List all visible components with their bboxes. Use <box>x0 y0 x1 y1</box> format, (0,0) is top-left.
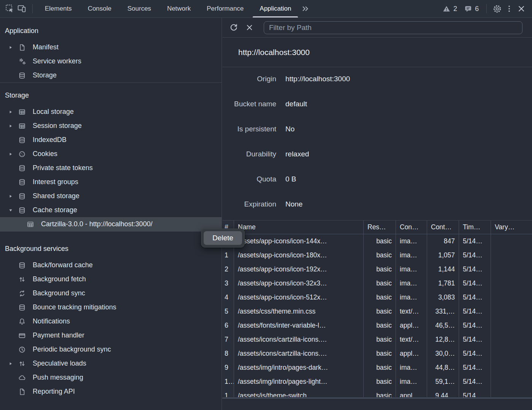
cell[interactable]: basic <box>364 319 396 333</box>
sidebar-item-service-workers[interactable]: Service workers <box>0 54 222 68</box>
table-row[interactable]: 5/assets/css/theme.min.cssbasictext/…331… <box>222 304 532 319</box>
cell[interactable] <box>491 361 532 375</box>
cell[interactable] <box>491 375 532 389</box>
expander-collapsed-icon[interactable] <box>8 122 18 130</box>
cell-name[interactable]: /assets/css/theme.min.css <box>234 304 364 319</box>
cell[interactable] <box>491 347 532 361</box>
column-header-con[interactable]: Con… <box>396 221 427 234</box>
table-row[interactable]: 6/assets/fonts/inter-variable-l…basicapp… <box>222 319 532 333</box>
sidebar-item-periodic-background-sync[interactable]: Periodic background sync <box>0 342 222 356</box>
table-row[interactable]: 8/assets/icons/cartzilla-icons.…basicapp… <box>222 347 532 361</box>
table-row[interactable]: 1…/assets/img/intro/pages-light…basicima… <box>222 375 532 389</box>
table-row[interactable]: 9/assets/img/intro/pages-dark…basicima…4… <box>222 361 532 375</box>
expander-collapsed-icon[interactable] <box>8 150 18 158</box>
table-row[interactable]: 4/assets/app-icons/icon-512x…basicima…3,… <box>222 290 532 304</box>
table-row[interactable]: 1/assets/app-icons/icon-180x…basicima…1,… <box>222 248 532 262</box>
preview-splitter[interactable] <box>222 397 532 399</box>
cell[interactable]: basic <box>364 347 396 361</box>
tab-elements[interactable]: Elements <box>37 0 80 17</box>
cell[interactable]: appl… <box>396 319 427 333</box>
close-devtools-icon[interactable] <box>515 3 527 15</box>
cell-name[interactable]: /assets/app-icons/icon-144x… <box>234 234 364 248</box>
table-row[interactable]: 3/assets/app-icons/icon-32x3…basicima…1,… <box>222 276 532 290</box>
cell[interactable]: ima… <box>396 361 427 375</box>
cell[interactable]: 5/14… <box>459 389 491 397</box>
column-header-tim[interactable]: Tim… <box>459 221 491 234</box>
tab-sources[interactable]: Sources <box>119 0 159 17</box>
table-row[interactable]: 0/assets/app-icons/icon-144x…basicima…84… <box>222 234 532 248</box>
cell[interactable]: ima… <box>396 290 427 304</box>
cell[interactable]: 5/14… <box>459 304 491 319</box>
filter-by-path-input[interactable] <box>264 21 522 34</box>
cell[interactable]: 1,144 <box>427 262 459 276</box>
cell[interactable]: basic <box>364 276 396 290</box>
settings-gear-icon[interactable] <box>491 3 503 15</box>
sidebar-item-manifest[interactable]: Manifest <box>0 40 222 54</box>
sidebar-item-cartzilla-3-0-0-http-localhost-3000[interactable]: Cartzilla-3.0.0 - http://localhost:3000/ <box>0 217 222 231</box>
cell[interactable]: 5/14… <box>459 276 491 290</box>
refresh-icon[interactable] <box>227 22 239 34</box>
expander-collapsed-icon[interactable] <box>8 360 18 367</box>
sidebar-item-reporting-api[interactable]: Reporting API <box>0 385 222 399</box>
cell-name[interactable]: /assets/icons/cartzilla-icons.… <box>234 333 364 347</box>
cell[interactable]: 3 <box>222 276 234 290</box>
cell[interactable]: ima… <box>396 234 427 248</box>
cell[interactable]: 1 <box>222 248 234 262</box>
tab-application[interactable]: Application <box>252 0 299 17</box>
cell[interactable]: appl… <box>396 389 427 397</box>
cell[interactable]: basic <box>364 375 396 389</box>
expander-collapsed-icon[interactable] <box>8 44 18 51</box>
context-menu-item-delete[interactable]: Delete <box>204 231 242 245</box>
cell[interactable]: 3,083 <box>427 290 459 304</box>
column-header-name[interactable]: Name <box>234 221 364 234</box>
cell[interactable] <box>491 304 532 319</box>
cell[interactable]: 5/14… <box>459 262 491 276</box>
sidebar-item-session-storage[interactable]: Session storage <box>0 119 222 133</box>
cell[interactable]: 1… <box>222 375 234 389</box>
cell[interactable] <box>491 389 532 397</box>
sidebar-item-local-storage[interactable]: Local storage <box>0 105 222 119</box>
cell-name[interactable]: /assets/app-icons/icon-192x… <box>234 262 364 276</box>
more-tabs-icon[interactable] <box>299 3 311 15</box>
cell[interactable]: basic <box>364 389 396 397</box>
cell[interactable]: basic <box>364 361 396 375</box>
cell[interactable] <box>491 290 532 304</box>
cell[interactable]: 5 <box>222 304 234 319</box>
clear-icon[interactable] <box>243 22 255 34</box>
sidebar-item-push-messaging[interactable]: Push messaging <box>0 371 222 385</box>
cell-name[interactable]: /assets/app-icons/icon-32x3… <box>234 276 364 290</box>
cell[interactable]: 2 <box>222 262 234 276</box>
sidebar-item-private-state-tokens[interactable]: Private state tokens <box>0 161 222 175</box>
cell[interactable] <box>491 262 532 276</box>
column-header-cont[interactable]: Cont… <box>427 221 459 234</box>
cell[interactable]: ima… <box>396 248 427 262</box>
cell[interactable] <box>491 319 532 333</box>
cell-name[interactable]: /assets/app-icons/icon-180x… <box>234 248 364 262</box>
cell-name[interactable]: /assets/img/intro/pages-light… <box>234 375 364 389</box>
cell[interactable] <box>491 248 532 262</box>
expander-expanded-icon[interactable] <box>8 207 18 214</box>
column-header-vary[interactable]: Vary… <box>491 221 532 234</box>
cell[interactable]: basic <box>364 234 396 248</box>
cell[interactable]: ima… <box>396 276 427 290</box>
cell[interactable]: 1,781 <box>427 276 459 290</box>
sidebar-item-storage[interactable]: Storage <box>0 68 222 82</box>
inspect-element-icon[interactable] <box>4 3 16 15</box>
cell[interactable]: 5/14… <box>459 248 491 262</box>
table-row[interactable]: 2/assets/app-icons/icon-192x…basicima…1,… <box>222 262 532 276</box>
cell[interactable]: 8 <box>222 347 234 361</box>
cell[interactable]: 30,0… <box>427 347 459 361</box>
sidebar-item-cache-storage[interactable]: Cache storage <box>0 203 222 217</box>
cell[interactable]: text/… <box>396 304 427 319</box>
cell[interactable]: ima… <box>396 262 427 276</box>
cell[interactable]: 1… <box>222 389 234 397</box>
sidebar-item-bounce-tracking-mitigations[interactable]: Bounce tracking mitigations <box>0 300 222 314</box>
column-header-res[interactable]: Res… <box>364 221 396 234</box>
expander-collapsed-icon[interactable] <box>8 192 18 200</box>
cell[interactable]: ima… <box>396 375 427 389</box>
sidebar-item-interest-groups[interactable]: Interest groups <box>0 175 222 189</box>
warnings-badge[interactable]: 2 <box>439 5 461 13</box>
tab-console[interactable]: Console <box>80 0 119 17</box>
cell[interactable] <box>491 333 532 347</box>
expander-collapsed-icon[interactable] <box>8 108 18 116</box>
